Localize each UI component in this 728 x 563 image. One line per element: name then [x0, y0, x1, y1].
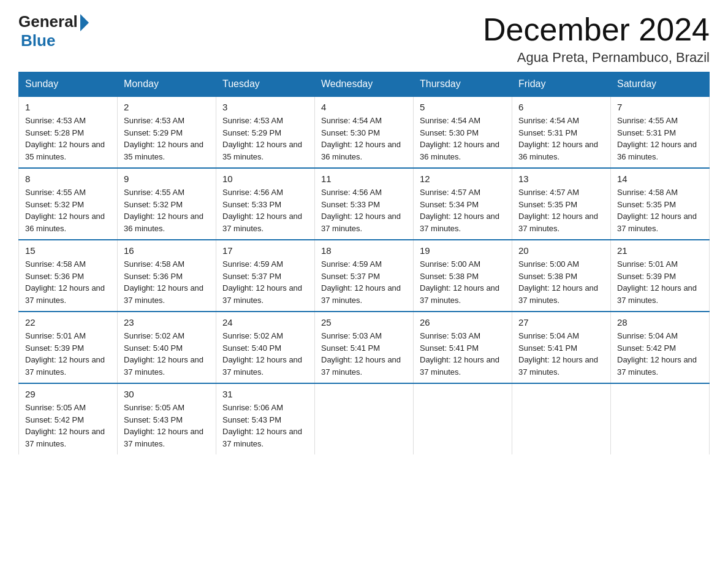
day-number: 23 — [124, 317, 210, 327]
calendar-header-sunday: Sunday — [19, 72, 118, 97]
calendar-cell: 25 Sunrise: 5:03 AMSunset: 5:41 PMDaylig… — [315, 312, 414, 383]
calendar-cell: 23 Sunrise: 5:02 AMSunset: 5:40 PMDaylig… — [118, 312, 216, 383]
day-number: 27 — [518, 317, 604, 327]
calendar-cell — [611, 383, 710, 454]
day-info: Sunrise: 4:54 AMSunset: 5:31 PMDaylight:… — [518, 115, 604, 163]
calendar-cell: 19 Sunrise: 5:00 AMSunset: 5:38 PMDaylig… — [414, 240, 512, 312]
day-info: Sunrise: 5:01 AMSunset: 5:39 PMDaylight:… — [617, 258, 703, 306]
day-info: Sunrise: 5:04 AMSunset: 5:42 PMDaylight:… — [617, 330, 703, 378]
calendar-week-row: 15 Sunrise: 4:58 AMSunset: 5:36 PMDaylig… — [19, 240, 710, 312]
calendar-cell — [414, 383, 512, 454]
day-info: Sunrise: 4:55 AMSunset: 5:32 PMDaylight:… — [25, 186, 111, 234]
calendar-cell: 15 Sunrise: 4:58 AMSunset: 5:36 PMDaylig… — [19, 240, 118, 312]
day-info: Sunrise: 4:59 AMSunset: 5:37 PMDaylight:… — [321, 258, 407, 306]
calendar-cell — [315, 383, 414, 454]
calendar-week-row: 8 Sunrise: 4:55 AMSunset: 5:32 PMDayligh… — [19, 168, 710, 240]
logo-blue-text: Blue — [21, 31, 55, 50]
logo: General Blue — [18, 12, 89, 50]
day-number: 24 — [222, 317, 308, 327]
day-info: Sunrise: 4:58 AMSunset: 5:35 PMDaylight:… — [617, 186, 703, 234]
day-number: 13 — [518, 174, 604, 184]
logo-arrow-icon — [80, 14, 89, 31]
day-number: 6 — [518, 102, 604, 112]
calendar-header-thursday: Thursday — [414, 72, 512, 97]
day-number: 12 — [420, 174, 506, 184]
location-text: Agua Preta, Pernambuco, Brazil — [483, 50, 710, 66]
day-info: Sunrise: 4:53 AMSunset: 5:29 PMDaylight:… — [222, 115, 308, 163]
day-number: 1 — [25, 102, 111, 112]
day-info: Sunrise: 5:05 AMSunset: 5:43 PMDaylight:… — [124, 402, 210, 450]
logo-general-text: General — [18, 12, 78, 31]
calendar-week-row: 29 Sunrise: 5:05 AMSunset: 5:42 PMDaylig… — [19, 383, 710, 454]
day-info: Sunrise: 5:01 AMSunset: 5:39 PMDaylight:… — [25, 330, 111, 378]
calendar-header-friday: Friday — [512, 72, 611, 97]
calendar-table: SundayMondayTuesdayWednesdayThursdayFrid… — [18, 72, 710, 454]
day-info: Sunrise: 4:59 AMSunset: 5:37 PMDaylight:… — [222, 258, 308, 306]
day-info: Sunrise: 4:53 AMSunset: 5:29 PMDaylight:… — [124, 115, 210, 163]
month-title: December 2024 — [483, 12, 710, 47]
day-number: 22 — [25, 317, 111, 327]
day-info: Sunrise: 5:04 AMSunset: 5:41 PMDaylight:… — [518, 330, 604, 378]
day-number: 18 — [321, 245, 407, 256]
day-number: 29 — [25, 389, 111, 399]
day-info: Sunrise: 4:56 AMSunset: 5:33 PMDaylight:… — [222, 186, 308, 234]
title-section: December 2024 Agua Preta, Pernambuco, Br… — [483, 12, 710, 66]
calendar-week-row: 1 Sunrise: 4:53 AMSunset: 5:28 PMDayligh… — [19, 96, 710, 168]
calendar-cell: 17 Sunrise: 4:59 AMSunset: 5:37 PMDaylig… — [216, 240, 315, 312]
calendar-cell: 28 Sunrise: 5:04 AMSunset: 5:42 PMDaylig… — [611, 312, 710, 383]
day-number: 8 — [25, 174, 111, 184]
calendar-cell: 24 Sunrise: 5:02 AMSunset: 5:40 PMDaylig… — [216, 312, 315, 383]
calendar-cell: 29 Sunrise: 5:05 AMSunset: 5:42 PMDaylig… — [19, 383, 118, 454]
calendar-cell — [512, 383, 611, 454]
day-info: Sunrise: 4:53 AMSunset: 5:28 PMDaylight:… — [25, 115, 111, 163]
day-info: Sunrise: 5:00 AMSunset: 5:38 PMDaylight:… — [420, 258, 506, 306]
day-number: 21 — [617, 245, 703, 256]
day-info: Sunrise: 5:05 AMSunset: 5:42 PMDaylight:… — [25, 402, 111, 450]
day-number: 2 — [124, 102, 210, 112]
day-info: Sunrise: 4:54 AMSunset: 5:30 PMDaylight:… — [321, 115, 407, 163]
calendar-cell: 6 Sunrise: 4:54 AMSunset: 5:31 PMDayligh… — [512, 96, 611, 168]
day-number: 17 — [222, 245, 308, 256]
calendar-header-wednesday: Wednesday — [315, 72, 414, 97]
calendar-week-row: 22 Sunrise: 5:01 AMSunset: 5:39 PMDaylig… — [19, 312, 710, 383]
calendar-cell: 26 Sunrise: 5:03 AMSunset: 5:41 PMDaylig… — [414, 312, 512, 383]
calendar-cell: 30 Sunrise: 5:05 AMSunset: 5:43 PMDaylig… — [118, 383, 216, 454]
calendar-cell: 22 Sunrise: 5:01 AMSunset: 5:39 PMDaylig… — [19, 312, 118, 383]
calendar-header-row: SundayMondayTuesdayWednesdayThursdayFrid… — [19, 72, 710, 97]
day-number: 4 — [321, 102, 407, 112]
calendar-cell: 2 Sunrise: 4:53 AMSunset: 5:29 PMDayligh… — [118, 96, 216, 168]
day-number: 11 — [321, 174, 407, 184]
calendar-cell: 16 Sunrise: 4:58 AMSunset: 5:36 PMDaylig… — [118, 240, 216, 312]
calendar-cell: 5 Sunrise: 4:54 AMSunset: 5:30 PMDayligh… — [414, 96, 512, 168]
day-number: 7 — [617, 102, 703, 112]
day-info: Sunrise: 4:54 AMSunset: 5:30 PMDaylight:… — [420, 115, 506, 163]
day-number: 31 — [222, 389, 308, 399]
day-info: Sunrise: 5:02 AMSunset: 5:40 PMDaylight:… — [124, 330, 210, 378]
calendar-cell: 1 Sunrise: 4:53 AMSunset: 5:28 PMDayligh… — [19, 96, 118, 168]
day-number: 28 — [617, 317, 703, 327]
day-number: 14 — [617, 174, 703, 184]
day-info: Sunrise: 5:06 AMSunset: 5:43 PMDaylight:… — [222, 402, 308, 450]
day-info: Sunrise: 5:03 AMSunset: 5:41 PMDaylight:… — [420, 330, 506, 378]
day-number: 16 — [124, 245, 210, 256]
calendar-header-saturday: Saturday — [611, 72, 710, 97]
day-number: 19 — [420, 245, 506, 256]
calendar-cell: 13 Sunrise: 4:57 AMSunset: 5:35 PMDaylig… — [512, 168, 611, 240]
calendar-cell: 4 Sunrise: 4:54 AMSunset: 5:30 PMDayligh… — [315, 96, 414, 168]
calendar-cell: 14 Sunrise: 4:58 AMSunset: 5:35 PMDaylig… — [611, 168, 710, 240]
calendar-cell: 20 Sunrise: 5:00 AMSunset: 5:38 PMDaylig… — [512, 240, 611, 312]
calendar-cell: 18 Sunrise: 4:59 AMSunset: 5:37 PMDaylig… — [315, 240, 414, 312]
calendar-cell: 27 Sunrise: 5:04 AMSunset: 5:41 PMDaylig… — [512, 312, 611, 383]
day-info: Sunrise: 5:00 AMSunset: 5:38 PMDaylight:… — [518, 258, 604, 306]
day-number: 25 — [321, 317, 407, 327]
calendar-cell: 7 Sunrise: 4:55 AMSunset: 5:31 PMDayligh… — [611, 96, 710, 168]
day-info: Sunrise: 4:55 AMSunset: 5:32 PMDaylight:… — [124, 186, 210, 234]
day-info: Sunrise: 4:58 AMSunset: 5:36 PMDaylight:… — [124, 258, 210, 306]
calendar-cell: 31 Sunrise: 5:06 AMSunset: 5:43 PMDaylig… — [216, 383, 315, 454]
day-info: Sunrise: 4:58 AMSunset: 5:36 PMDaylight:… — [25, 258, 111, 306]
calendar-header-monday: Monday — [118, 72, 216, 97]
day-info: Sunrise: 5:03 AMSunset: 5:41 PMDaylight:… — [321, 330, 407, 378]
day-number: 15 — [25, 245, 111, 256]
day-number: 26 — [420, 317, 506, 327]
calendar-cell: 8 Sunrise: 4:55 AMSunset: 5:32 PMDayligh… — [19, 168, 118, 240]
